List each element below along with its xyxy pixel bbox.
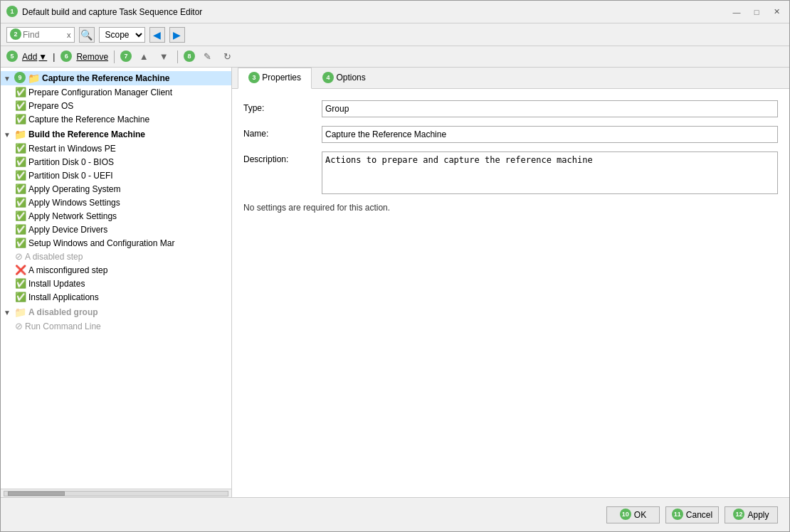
name-input[interactable] [322, 126, 778, 143]
description-row: Description: Actions to prepare and capt… [243, 151, 778, 194]
main-window: 1 Default build and capture Task Sequenc… [0, 0, 790, 532]
close-button[interactable]: ✕ [769, 5, 784, 19]
folder-icon: 📁 [28, 73, 40, 84]
no-settings-text: No settings are required for this action… [243, 203, 778, 213]
title-bar-left: 1 Default build and capture Task Sequenc… [6, 6, 202, 18]
tab-properties[interactable]: 3 Properties [238, 68, 312, 89]
status-icon-green: ✅ [15, 211, 26, 221]
tree-item[interactable]: ✅ Prepare Configuration Manager Client [1, 85, 231, 99]
icons-badge: 8 [184, 50, 195, 62]
find-container: 2 x [6, 27, 75, 43]
tree-group-disabled-header[interactable]: ▼ 📁 A disabled group [1, 305, 231, 319]
tab-options[interactable]: 4 Options [312, 68, 376, 89]
item-label: Install Applications [28, 292, 99, 302]
item-label: Apply Operating System [28, 184, 120, 194]
type-label: Type: [243, 100, 322, 113]
tree-panel: ▼ 9 📁 Capture the Reference Machine ✅ Pr… [1, 68, 232, 489]
cancel-badge: 11 [672, 509, 683, 520]
remove-button[interactable]: Remove [76, 52, 108, 62]
status-icon-green: ✅ [15, 197, 26, 208]
refresh-icon-button[interactable]: ↻ [219, 49, 235, 65]
add-badge: 5 [6, 50, 18, 62]
tree-item-disabled[interactable]: ⊘ A disabled step [1, 250, 231, 263]
status-icon-green: ✅ [15, 170, 26, 181]
right-panel: 3 Properties 4 Options Type: Name: [232, 68, 789, 497]
tree-item[interactable]: ✅ Capture the Reference Machine [1, 112, 231, 126]
scope-dropdown[interactable]: Scope [99, 27, 145, 43]
horizontal-scrollbar[interactable] [4, 491, 228, 496]
group1-label: Capture the Reference Machine [42, 73, 169, 83]
find-toolbar: 2 x 🔍 Scope ◀ ▶ [1, 23, 789, 46]
title-badge: 1 [6, 6, 18, 17]
tree-item[interactable]: ✅ Restart in Windows PE [1, 142, 231, 155]
item-label: Restart in Windows PE [28, 144, 116, 154]
status-icon-green: ✅ [15, 156, 26, 167]
horizontal-scrollbar-area [1, 489, 231, 497]
name-row: Name: [243, 126, 778, 143]
find-input[interactable] [23, 30, 65, 40]
status-icon-green: ✅ [15, 114, 26, 124]
tree-item-disabled[interactable]: ⊘ Run Command Line [1, 319, 231, 333]
status-icon-gray: ⊘ [15, 251, 23, 262]
move-down-button[interactable]: ▼ [156, 49, 172, 65]
apply-button[interactable]: 12 Apply [725, 506, 778, 523]
status-icon-green: ✅ [15, 278, 26, 289]
item-label-disabled: Run Command Line [25, 321, 101, 331]
item-label: Partition Disk 0 - UEFI [28, 171, 113, 181]
title-bar-controls: — □ ✕ [730, 5, 784, 19]
tree-item[interactable]: ✅ Install Updates [1, 277, 231, 290]
find-clear-button[interactable]: x [67, 31, 71, 39]
expand-icon: ▼ [4, 131, 12, 139]
tree-item-error[interactable]: ❌ A misconfigured step [1, 263, 231, 277]
tree-item[interactable]: ✅ Prepare OS [1, 99, 231, 112]
tree-group-capture-header[interactable]: ▼ 9 📁 Capture the Reference Machine [1, 71, 231, 85]
forward-button[interactable]: ▶ [169, 27, 185, 43]
tree-group-build: ▼ 📁 Build the Reference Machine ✅ Restar… [1, 127, 231, 304]
move-up-button[interactable]: ▲ [136, 49, 152, 65]
window-title: Default build and capture Task Sequence … [22, 7, 202, 17]
status-icon-green: ✅ [15, 143, 26, 154]
ok-button[interactable]: 10 OK [606, 506, 660, 523]
properties-panel: Type: Name: Description: Actions to prep… [232, 89, 789, 497]
tab-bar: 3 Properties 4 Options [232, 68, 789, 89]
status-icon-green: ✅ [15, 183, 26, 194]
minimize-button[interactable]: — [730, 5, 744, 19]
description-textarea[interactable]: Actions to prepare and capture the refer… [322, 151, 778, 194]
status-icon-green: ✅ [15, 100, 26, 111]
expand-icon: ▼ [4, 309, 12, 316]
tree-item[interactable]: ✅ Apply Network Settings [1, 209, 231, 223]
item-label: Partition Disk 0 - BIOS [28, 157, 114, 167]
tree-item[interactable]: ✅ Partition Disk 0 - UEFI [1, 169, 231, 182]
type-row: Type: [243, 100, 778, 117]
toolbar-separator2 [177, 50, 178, 63]
back-button[interactable]: ◀ [149, 27, 165, 43]
properties-tab-badge: 3 [248, 72, 260, 83]
tree-item[interactable]: ✅ Apply Device Drivers [1, 223, 231, 236]
folder-icon: 📁 [14, 129, 26, 140]
tree-item[interactable]: ✅ Apply Windows Settings [1, 196, 231, 209]
item-label-disabled: A disabled step [25, 252, 83, 262]
item-label: Prepare Configuration Manager Client [28, 87, 172, 97]
status-icon-green: ✅ [15, 224, 26, 235]
options-tab-badge: 4 [322, 72, 334, 83]
name-label: Name: [243, 126, 322, 139]
edit-icon-button[interactable]: ✎ [199, 49, 215, 65]
type-input[interactable] [322, 100, 778, 117]
maximize-button[interactable]: □ [749, 5, 764, 19]
cancel-button[interactable]: 11 Cancel [665, 506, 719, 523]
search-button[interactable]: 🔍 [79, 27, 95, 43]
item-label: Install Updates [28, 279, 85, 289]
tree-item[interactable]: ✅ Partition Disk 0 - BIOS [1, 155, 231, 169]
tree-item[interactable]: ✅ Apply Operating System [1, 182, 231, 196]
tree-item[interactable]: ✅ Install Applications [1, 290, 231, 304]
status-icon-green: ✅ [15, 87, 26, 97]
content-area: ▼ 9 📁 Capture the Reference Machine ✅ Pr… [1, 68, 789, 497]
scrollbar-thumb[interactable] [8, 491, 65, 496]
tree-item[interactable]: ✅ Setup Windows and Configuration Mar [1, 236, 231, 250]
group3-label: A disabled group [28, 307, 98, 317]
folder-icon-disabled: 📁 [14, 307, 26, 318]
apply-badge: 12 [733, 509, 744, 520]
item-label: A misconfigured step [28, 265, 107, 275]
add-button[interactable]: Add ▼ [22, 52, 47, 62]
tree-group-build-header[interactable]: ▼ 📁 Build the Reference Machine [1, 127, 231, 142]
